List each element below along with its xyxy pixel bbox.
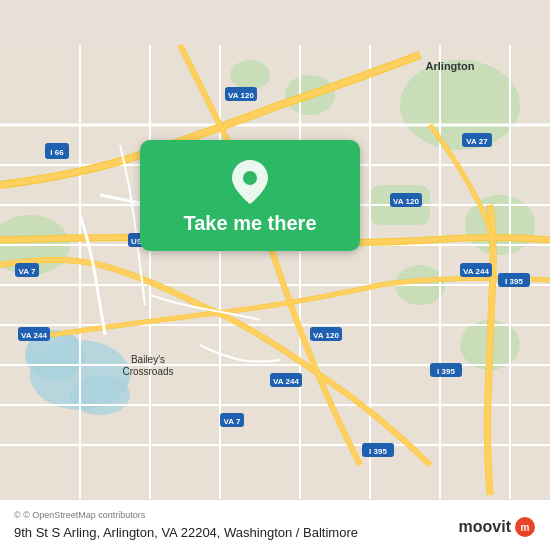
map-svg: I 66 VA 120 VA 7 US 50 VA 27 VA 120 VA 2… xyxy=(0,0,550,550)
copyright-symbol: © xyxy=(14,510,21,520)
svg-text:VA 7: VA 7 xyxy=(224,417,241,426)
svg-text:VA 120: VA 120 xyxy=(228,91,254,100)
svg-text:VA 27: VA 27 xyxy=(466,137,488,146)
svg-point-59 xyxy=(243,171,257,185)
svg-text:VA 244: VA 244 xyxy=(463,267,489,276)
osm-attribution: © OpenStreetMap contributors xyxy=(23,510,145,520)
svg-text:VA 120: VA 120 xyxy=(393,197,419,206)
svg-text:m: m xyxy=(521,522,530,533)
info-bar: © © OpenStreetMap contributors 9th St S … xyxy=(0,499,550,550)
svg-text:VA 244: VA 244 xyxy=(273,377,299,386)
address-text: 9th St S Arling, Arlington, VA 22204, Wa… xyxy=(14,524,358,542)
svg-text:I 66: I 66 xyxy=(50,148,64,157)
moovit-text: moovit xyxy=(459,518,511,536)
map-pin-icon xyxy=(232,160,268,204)
svg-text:VA 120: VA 120 xyxy=(313,331,339,340)
svg-text:Crossroads: Crossroads xyxy=(122,366,173,377)
svg-text:Bailey's: Bailey's xyxy=(131,354,165,365)
moovit-icon: m xyxy=(514,516,536,538)
take-me-there-button[interactable]: Take me there xyxy=(140,140,360,251)
svg-text:VA 244: VA 244 xyxy=(21,331,47,340)
map-container: I 66 VA 120 VA 7 US 50 VA 27 VA 120 VA 2… xyxy=(0,0,550,550)
svg-text:I 395: I 395 xyxy=(369,447,387,456)
svg-text:I 395: I 395 xyxy=(505,277,523,286)
svg-text:I 395: I 395 xyxy=(437,367,455,376)
svg-point-11 xyxy=(230,60,270,90)
svg-text:Arlington: Arlington xyxy=(426,60,475,72)
svg-text:VA 7: VA 7 xyxy=(19,267,36,276)
moovit-logo: moovit m xyxy=(459,516,536,538)
cta-label: Take me there xyxy=(183,212,316,235)
svg-point-1 xyxy=(400,60,520,150)
